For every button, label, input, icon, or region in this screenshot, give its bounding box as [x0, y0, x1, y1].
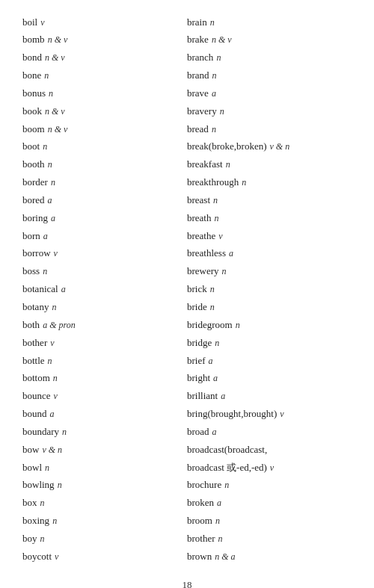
- list-item: boxn: [22, 495, 187, 513]
- word: bow: [22, 443, 39, 457]
- list-item: breathev: [187, 227, 352, 245]
- word: boring: [22, 211, 48, 226]
- word: broom: [187, 514, 212, 528]
- word: bond: [22, 51, 42, 65]
- word: breakfast: [187, 158, 223, 172]
- word: boot: [22, 140, 40, 154]
- part-of-speech: v: [40, 16, 44, 29]
- list-item: botanicala: [22, 281, 187, 299]
- word: brave: [187, 87, 209, 101]
- word: boxing: [22, 514, 49, 528]
- list-item: bowlingn: [22, 477, 187, 495]
- part-of-speech: n: [210, 16, 215, 29]
- list-item: breastn: [187, 191, 352, 209]
- list-item: brainn: [187, 13, 352, 31]
- word: bridegroom: [187, 318, 233, 332]
- page-number: 18: [22, 579, 352, 588]
- word: brewery: [187, 264, 219, 279]
- part-of-speech: v: [50, 337, 54, 350]
- part-of-speech: n & v: [212, 34, 232, 46]
- word: born: [22, 229, 40, 244]
- word: brown: [187, 550, 212, 564]
- part-of-speech: n: [218, 533, 223, 545]
- part-of-speech: n: [212, 123, 216, 136]
- list-item: bombn & v: [22, 31, 187, 49]
- word: bottom: [22, 371, 50, 386]
- word: borrow: [22, 247, 51, 261]
- word: bother: [22, 336, 47, 350]
- list-item: bridgen: [187, 334, 352, 352]
- word: bowling: [22, 478, 55, 492]
- right-column: brainnbraken & vbranchnbrandnbraveabrave…: [187, 13, 352, 566]
- list-item: bonen: [22, 67, 187, 85]
- word: bottle: [22, 354, 45, 368]
- part-of-speech: a: [212, 87, 216, 100]
- part-of-speech: v: [55, 551, 58, 563]
- list-item: bridegroomn: [187, 316, 352, 334]
- list-item: bring(brought,brought)v: [187, 406, 352, 424]
- part-of-speech: n: [43, 265, 47, 278]
- part-of-speech: n: [49, 87, 53, 100]
- list-item: broadcast(broadcast,: [187, 441, 352, 459]
- list-item: bounda: [22, 406, 187, 424]
- list-item: borrowv: [22, 245, 187, 263]
- part-of-speech: n: [62, 426, 67, 439]
- part-of-speech: n: [44, 69, 49, 82]
- part-of-speech: a: [50, 408, 55, 421]
- list-item: bonusn: [22, 84, 187, 102]
- word: breakthrough: [187, 176, 239, 190]
- list-item: bouncev: [22, 388, 187, 406]
- word: botany: [22, 300, 49, 315]
- list-item: bookn & v: [22, 102, 187, 120]
- part-of-speech: n: [52, 301, 56, 314]
- list-item: breakfastn: [187, 156, 352, 174]
- word: border: [22, 176, 48, 190]
- part-of-speech: n: [45, 462, 49, 474]
- part-of-speech: a: [61, 283, 66, 296]
- part-of-speech: v: [218, 230, 222, 243]
- part-of-speech: v: [280, 408, 283, 421]
- list-item: brighta: [187, 370, 352, 388]
- list-item: brochuren: [187, 477, 352, 495]
- list-item: brothern: [187, 530, 352, 548]
- part-of-speech: n: [210, 301, 215, 314]
- word: botanical: [22, 282, 58, 297]
- part-of-speech: n: [213, 194, 218, 207]
- part-of-speech: n & v: [48, 123, 68, 136]
- part-of-speech: n: [222, 265, 227, 278]
- word: booth: [22, 158, 45, 172]
- list-item: boilv: [22, 13, 187, 31]
- part-of-speech: n & v: [48, 34, 68, 46]
- word: both: [22, 318, 40, 332]
- word: breathe: [187, 229, 215, 244]
- part-of-speech: n: [226, 158, 230, 171]
- part-of-speech: n: [48, 158, 52, 171]
- part-of-speech: n: [40, 533, 45, 545]
- part-of-speech: n: [242, 176, 246, 189]
- list-item: boomn & v: [22, 120, 187, 138]
- part-of-speech: a: [209, 355, 213, 368]
- list-item: breathlessa: [187, 245, 352, 263]
- part-of-speech: n: [52, 515, 57, 527]
- part-of-speech: n: [58, 479, 62, 492]
- list-item: boxingn: [22, 513, 187, 530]
- list-item: braken & v: [187, 31, 352, 49]
- word: boycott: [22, 550, 52, 564]
- word: bravery: [187, 105, 217, 119]
- list-item: bottomn: [22, 370, 187, 388]
- list-item: breadn: [187, 120, 352, 138]
- word: bone: [22, 69, 41, 83]
- word: box: [22, 496, 37, 510]
- list-item: botanyn: [22, 299, 187, 317]
- word: boy: [22, 532, 37, 546]
- list-item: brokena: [187, 495, 352, 513]
- list-item: botha & pron: [22, 316, 187, 334]
- list-item: briefa: [187, 352, 352, 370]
- word: boundary: [22, 425, 59, 439]
- list-item: boundaryn: [22, 423, 187, 441]
- word: bored: [22, 194, 45, 208]
- list-item: brillianta: [187, 388, 352, 406]
- left-column: boilvbombn & vbondn & vbonenbonusnbookn …: [22, 13, 187, 566]
- list-item: briden: [187, 299, 352, 317]
- list-item: bootn: [22, 138, 187, 156]
